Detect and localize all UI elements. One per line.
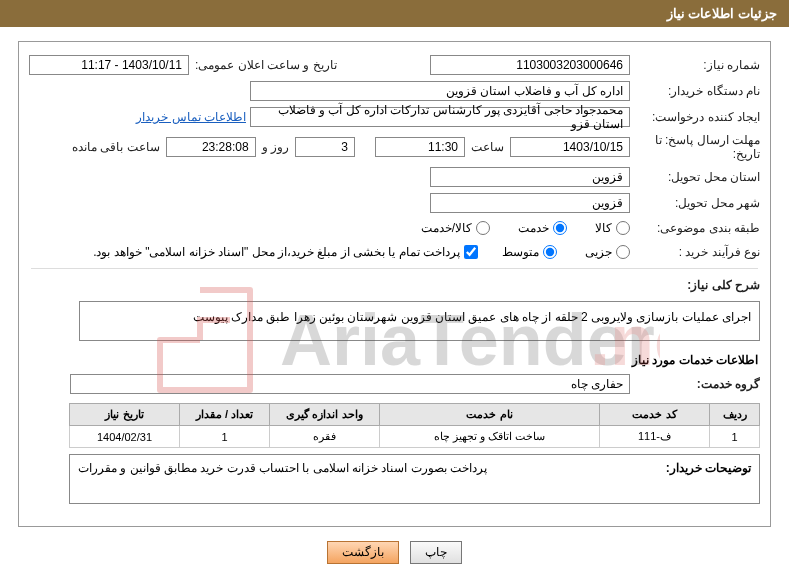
requester-label: ایجاد کننده درخواست: <box>630 110 760 124</box>
delivery-province-label: استان محل تحویل: <box>630 170 760 184</box>
category-goods[interactable]: کالا <box>595 221 630 235</box>
delivery-province-field: قزوین <box>430 167 630 187</box>
td-code: ف-111 <box>600 426 710 448</box>
th-code: کد خدمت <box>600 404 710 426</box>
page-header: جزئیات اطلاعات نیاز <box>0 0 789 27</box>
overview-text: اجرای عملیات بازسازی ولایروبی 2 حلقه از … <box>79 301 760 341</box>
days-remaining-field: 3 <box>295 137 355 157</box>
table-header-row: ردیف کد خدمت نام خدمت واحد اندازه گیری ت… <box>70 404 760 426</box>
divider <box>31 268 758 269</box>
details-panel: شماره نیاز: 1103003203000646 تاریخ و ساع… <box>18 41 771 527</box>
overview-label: شرح کلی نیاز: <box>630 278 760 292</box>
buyer-org-field: اداره کل آب و فاضلاب استان قزوین <box>250 81 630 101</box>
deadline-label: مهلت ارسال پاسخ: تا تاریخ: <box>630 133 760 161</box>
requester-field: محمدجواد حاجی آقایزدی پور کارشناس تدارکا… <box>250 107 630 127</box>
need-number-field: 1103003203000646 <box>430 55 630 75</box>
buyer-notes-text: پرداخت بصورت اسناد خزانه اسلامی با احتسا… <box>78 461 631 497</box>
radio-goods-service[interactable] <box>476 221 490 235</box>
td-row: 1 <box>710 426 760 448</box>
th-unit: واحد اندازه گیری <box>270 404 380 426</box>
page-title: جزئیات اطلاعات نیاز <box>667 6 777 21</box>
days-label: روز و <box>256 140 295 154</box>
services-section-header: اطلاعات خدمات مورد نیاز <box>19 345 770 371</box>
buyer-notes-label: توضیحات خریدار: <box>631 461 751 497</box>
delivery-city-label: شهر محل تحویل: <box>630 196 760 210</box>
th-date: تاریخ نیاز <box>70 404 180 426</box>
need-number-label: شماره نیاز: <box>630 58 760 72</box>
buyer-contact-link[interactable]: اطلاعات تماس خریدار <box>136 110 250 124</box>
services-table: ردیف کد خدمت نام خدمت واحد اندازه گیری ت… <box>69 403 760 448</box>
process-minor[interactable]: جزیی <box>585 245 630 259</box>
radio-medium[interactable] <box>543 245 557 259</box>
process-medium[interactable]: متوسط <box>502 245 557 259</box>
checkbox-treasury[interactable] <box>464 245 478 259</box>
table-row: 1 ف-111 ساخت اتاقک و تجهیز چاه فقره 1 14… <box>70 426 760 448</box>
td-name: ساخت اتاقک و تجهیز چاه <box>380 426 600 448</box>
remaining-label: ساعت باقی مانده <box>66 140 166 154</box>
process-radio-group: جزیی متوسط <box>502 245 630 259</box>
service-group-field: حفاری چاه <box>70 374 630 394</box>
td-unit: فقره <box>270 426 380 448</box>
button-row: چاپ بازگشت <box>0 541 789 564</box>
radio-service[interactable] <box>553 221 567 235</box>
delivery-city-field: قزوین <box>430 193 630 213</box>
th-name: نام خدمت <box>380 404 600 426</box>
payment-treasury-checkbox[interactable]: پرداخت تمام یا بخشی از مبلغ خرید،از محل … <box>93 245 478 259</box>
th-qty: تعداد / مقدار <box>180 404 270 426</box>
deadline-date-field: 1403/10/15 <box>510 137 630 157</box>
print-button[interactable]: چاپ <box>410 541 462 564</box>
announce-label: تاریخ و ساعت اعلان عمومی: <box>189 58 343 72</box>
radio-goods[interactable] <box>616 221 630 235</box>
category-service[interactable]: خدمت <box>518 221 567 235</box>
category-radio-group: کالا خدمت کالا/خدمت <box>421 221 630 235</box>
time-label: ساعت <box>465 140 510 154</box>
deadline-time-field: 11:30 <box>375 137 465 157</box>
td-qty: 1 <box>180 426 270 448</box>
countdown-field: 23:28:08 <box>166 137 256 157</box>
service-group-label: گروه خدمت: <box>630 377 760 391</box>
th-row: ردیف <box>710 404 760 426</box>
category-label: طبقه بندی موضوعی: <box>630 221 760 235</box>
process-type-label: نوع فرآیند خرید : <box>630 245 760 259</box>
buyer-org-label: نام دستگاه خریدار: <box>630 84 760 98</box>
category-goods-service[interactable]: کالا/خدمت <box>421 221 490 235</box>
back-button[interactable]: بازگشت <box>327 541 399 564</box>
buyer-notes-box: توضیحات خریدار: پرداخت بصورت اسناد خزانه… <box>69 454 760 504</box>
td-date: 1404/02/31 <box>70 426 180 448</box>
announce-date-field: 1403/10/11 - 11:17 <box>29 55 189 75</box>
radio-minor[interactable] <box>616 245 630 259</box>
